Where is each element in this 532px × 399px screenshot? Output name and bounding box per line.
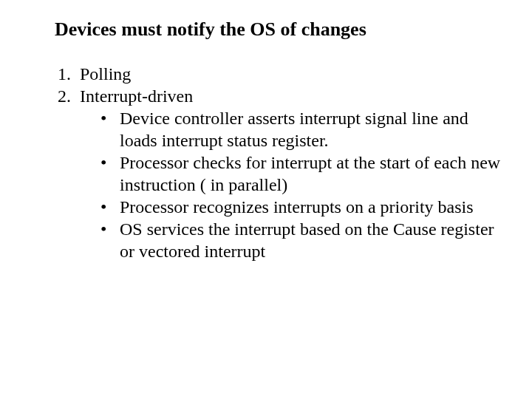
list-item: Polling — [75, 63, 502, 85]
sub-list: Device controller asserts interrupt sign… — [80, 107, 502, 262]
list-item: Interrupt-driven Device controller asser… — [75, 85, 502, 262]
list-item-label: Polling — [80, 64, 131, 83]
sub-list-item: Device controller asserts interrupt sign… — [98, 107, 502, 151]
sub-list-item: Processor recognizes interrupts on a pri… — [98, 196, 502, 218]
slide: Devices must notify the OS of changes Po… — [0, 0, 532, 399]
main-list: Polling Interrupt-driven Device controll… — [30, 63, 502, 262]
list-item-label: Interrupt-driven — [80, 86, 193, 106]
slide-title: Devices must notify the OS of changes — [55, 18, 502, 41]
sub-list-item: Processor checks for interrupt at the st… — [98, 151, 502, 196]
sub-list-item: OS services the interrupt based on the C… — [98, 218, 502, 262]
